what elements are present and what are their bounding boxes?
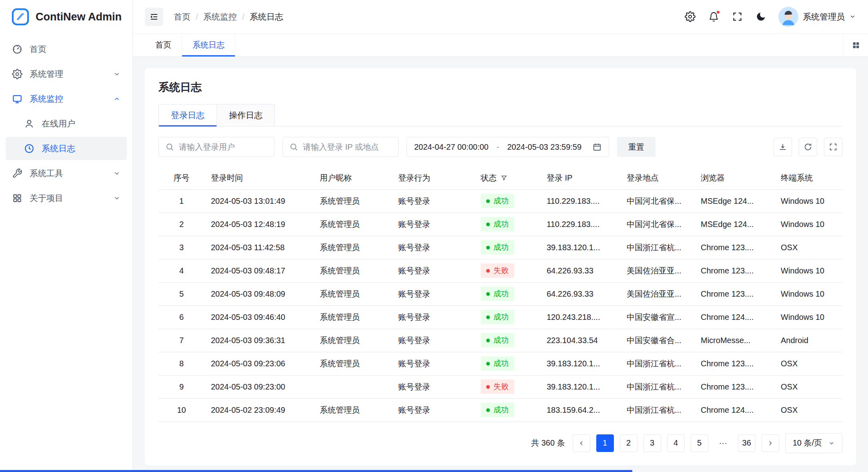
cell-nickname: 系统管理员 [313,398,392,422]
cell-nickname [313,375,392,398]
cell-os: Windows 10 [774,305,842,329]
table-row: 12024-05-03 13:01:49系统管理员账号登录成功110.229.1… [158,189,842,213]
page-tab-home[interactable]: 首页 [145,34,182,56]
tool-icon [12,168,22,179]
page-tab-system-logs[interactable]: 系统日志 [182,34,235,56]
status-badge: 成功 [481,240,514,255]
avatar [778,7,798,27]
system-log-card: 系统日志 登录日志 操作日志 [145,68,856,465]
table-fullscreen-button[interactable] [824,138,842,156]
cell-browser: Chrome 123.... [694,236,774,259]
chevron-right-icon [767,440,774,447]
gear-icon [685,11,696,22]
cell-nickname: 系统管理员 [313,259,392,282]
tab-login-log[interactable]: 登录日志 [158,104,217,126]
calendar-icon [593,143,601,151]
refresh-button[interactable] [799,138,817,156]
pagination-page-3[interactable]: 3 [643,434,661,452]
cell-ip: 110.229.183.... [540,189,620,213]
cell-browser: Chrome 124.... [694,398,774,422]
cell-login-time: 2024-05-03 09:36:31 [204,329,313,352]
grid-icon [12,193,22,203]
cell-index: 2 [158,213,204,236]
cell-browser: MicroMesse... [694,329,774,352]
cell-nickname: 系统管理员 [313,329,392,352]
col-status: 状态 [474,167,540,189]
sidebar-item-about[interactable]: 关于项目 [6,187,127,210]
cell-status: 成功 [474,189,540,213]
notifications-button[interactable] [708,10,720,23]
cell-nickname: 系统管理员 [313,189,392,213]
sidebar-item-system-tools[interactable]: 系统工具 [6,162,127,185]
pagination-page-2[interactable]: 2 [620,434,637,452]
sidebar-item-online-users[interactable]: 在线用户 [6,112,127,135]
date-range-picker[interactable]: 2024-04-27 00:00:00 - 2024-05-03 23:59:5… [407,137,609,157]
tab-list-button[interactable] [843,34,868,56]
pagination-ellipsis[interactable]: ⋯ [714,434,732,452]
cell-os: OSX [774,398,842,422]
cell-browser: Chrome 123.... [694,282,774,305]
table-header: 序号 登录时间 用户昵称 登录行为 状态 [158,167,842,189]
cell-location: 中国浙江省杭... [620,236,694,259]
tab-operation-log[interactable]: 操作日志 [217,104,275,126]
cell-os: OSX [774,236,842,259]
cell-ip: 39.183.120.1... [540,375,620,398]
breadcrumb-item[interactable]: 系统监控 [203,11,237,22]
tab-label: 操作日志 [229,110,263,121]
pagination-page-4[interactable]: 4 [667,434,685,452]
cell-location: 中国河北省保... [620,213,694,236]
status-dot-icon [486,408,490,412]
cell-index: 6 [158,305,204,329]
pagination-total: 共 360 条 [531,438,565,448]
col-browser: 浏览器 [694,167,774,189]
sidebar: ContiNew Admin 首页 系统管理 [0,0,133,472]
pagination-page-5[interactable]: 5 [691,434,708,452]
pagination-next-button[interactable] [762,434,779,452]
pagination-pages: 12345⋯36 [596,434,756,452]
cell-login-time: 2024-05-03 11:42:58 [204,236,313,259]
cell-nickname: 系统管理员 [313,213,392,236]
sidebar-collapse-button[interactable] [145,8,163,26]
cell-index: 8 [158,352,204,375]
filter-funnel-icon[interactable] [501,175,507,181]
user-menu[interactable]: 系统管理员 [778,7,856,27]
login-user-input[interactable] [179,143,268,152]
cell-location: 中国河北省保... [620,189,694,213]
pagination-page-36[interactable]: 36 [738,434,756,452]
cell-ip: 110.229.183.... [540,213,620,236]
pagination-page-1[interactable]: 1 [596,434,614,452]
cell-behavior: 账号登录 [392,305,474,329]
status-badge: 成功 [481,287,514,301]
pagination-prev-button[interactable] [573,434,590,452]
sidebar-item-home[interactable]: 首页 [6,38,127,61]
col-index: 序号 [158,167,204,189]
cell-nickname: 系统管理员 [313,282,392,305]
cell-index: 1 [158,189,204,213]
breadcrumb-item[interactable]: 首页 [174,11,190,22]
theme-toggle-button[interactable] [755,10,767,23]
settings-button[interactable] [684,10,696,23]
layout-grid-icon [852,41,860,50]
cell-os: Windows 10 [774,282,842,305]
cell-status: 成功 [474,398,540,422]
page-size-select[interactable]: 10 条/页 [785,433,842,453]
status-dot-icon [486,246,490,249]
app-logo[interactable]: ContiNew Admin [0,0,132,34]
cell-ip: 223.104.33.54 [540,329,620,352]
cell-index: 7 [158,329,204,352]
status-badge: 失败 [481,263,514,278]
breadcrumb: 首页 / 系统监控 / 系统日志 [174,11,283,22]
sidebar-item-system-monitor[interactable]: 系统监控 [6,87,127,110]
login-ip-input[interactable] [303,143,392,152]
sidebar-item-system-logs[interactable]: 系统日志 [6,137,127,160]
reset-button[interactable]: 重置 [617,137,656,157]
cell-index: 3 [158,236,204,259]
date-end-value: 2024-05-03 23:59:59 [507,143,581,152]
fullscreen-button[interactable] [731,10,744,23]
cell-login-time: 2024-05-03 13:01:49 [204,189,313,213]
refresh-icon [804,143,812,151]
sidebar-item-system-management[interactable]: 系统管理 [6,62,127,86]
table-row: 92024-05-03 09:23:00账号登录失败39.183.120.1..… [158,375,842,398]
export-button[interactable] [774,138,792,156]
chevron-left-icon [578,440,585,447]
